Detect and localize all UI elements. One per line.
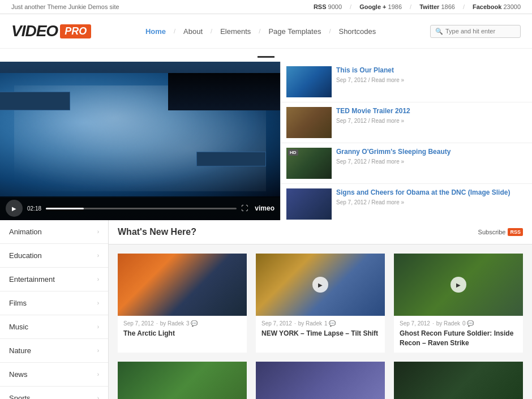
hero-item-meta: Sep 7, 2012 / Read more » <box>336 158 451 165</box>
logo-text: VIDEO <box>11 22 58 40</box>
sidebar-label: Education <box>9 251 42 260</box>
chevron-right-icon: › <box>97 300 99 306</box>
article-date: Sep 7, 2012 <box>400 320 430 327</box>
chevron-right-icon: › <box>97 347 99 354</box>
search-input[interactable] <box>445 28 519 35</box>
hero-thumb-img <box>286 66 332 97</box>
hero-sidebar-item[interactable]: TED Movie Trailer 2012 Sep 7, 2012 / Rea… <box>281 102 532 143</box>
hero-video-player[interactable]: ▶ 02:18 ⛶ vimeo <box>0 62 280 220</box>
chevron-right-icon: › <box>97 324 99 330</box>
nav-shortcodes[interactable]: Shortcodes <box>333 25 381 38</box>
article-card[interactable]: ▶ Sep 7, 2012 · by Radek 0 💬 Ghost Recon… <box>394 254 523 353</box>
divider1: / <box>350 3 351 10</box>
video-controls[interactable]: ▶ 02:18 ⛶ vimeo <box>0 196 280 220</box>
sidebar-item-sports[interactable]: Sports › <box>0 387 108 399</box>
sidebar-item-nature[interactable]: Nature › <box>0 339 108 363</box>
comment-number: 0 <box>462 320 466 327</box>
article-card[interactable]: ▶ Sep 7, 2012 · by Radek 1 💬 NEW YORK – … <box>256 254 385 353</box>
nav-div2: / <box>211 28 212 35</box>
fullscreen-button[interactable]: ⛶ <box>241 204 248 212</box>
article-card[interactable] <box>256 362 385 399</box>
article-date: Sep 7, 2012 <box>123 320 154 327</box>
hero-item-title: Signs and Cheers for Obama at the DNC (I… <box>336 188 510 198</box>
sidebar-nav: Animation › Education › Entertainment › … <box>0 220 109 399</box>
hero-item-text: Signs and Cheers for Obama at the DNC (I… <box>336 188 510 205</box>
twitter-link[interactable]: Twitter 1866 <box>419 3 455 10</box>
comment-number: 1 <box>324 320 328 327</box>
comment-count: 0 💬 <box>462 320 474 327</box>
nav-page-templates[interactable]: Page Templates <box>263 25 327 38</box>
article-title: Ghost Recon Future Soldier: Inside Recon… <box>400 329 517 348</box>
article-card[interactable] <box>394 362 523 399</box>
play-overlay-icon: ▶ <box>451 277 466 293</box>
nav-accent <box>0 49 532 62</box>
article-meta: Sep 7, 2012 · by Radek 0 💬 <box>400 320 517 327</box>
sidebar-item-news[interactable]: News › <box>0 363 108 387</box>
article-thumbnail <box>256 362 385 399</box>
logo[interactable]: VIDEO PRO <box>11 22 91 40</box>
hero-sidebar-item[interactable]: This is Our Planet Sep 7, 2012 / Read mo… <box>281 62 532 102</box>
hero-sidebar-item[interactable]: Signs and Cheers for Obama at the DNC (I… <box>281 184 532 220</box>
hero-item-title: This is Our Planet <box>336 66 404 75</box>
hero-sidebar: This is Our Planet Sep 7, 2012 / Read mo… <box>280 62 532 220</box>
facebook-link[interactable]: Facebook 23000 <box>473 3 521 10</box>
search-icon: 🔍 <box>435 28 443 35</box>
search-box[interactable]: 🔍 <box>430 25 521 38</box>
article-grid: Sep 7, 2012 · by Radek 3 💬 The Arctic Li… <box>109 244 532 362</box>
sidebar-item-music[interactable]: Music › <box>0 315 108 339</box>
nav-home[interactable]: Home <box>140 25 171 38</box>
hero-item-text: Granny O'Grimm's Sleeping Beauty Sep 7, … <box>336 148 451 165</box>
google-link[interactable]: Google + 1986 <box>359 3 402 10</box>
chevron-right-icon: › <box>97 395 99 399</box>
article-title: NEW YORK – Time Lapse – Tilt Shift <box>261 329 379 338</box>
space-background <box>168 73 280 110</box>
sidebar-item-films[interactable]: Films › <box>0 291 108 315</box>
hero-item-thumb <box>286 107 332 138</box>
hero-item-title: TED Movie Trailer 2012 <box>336 107 410 116</box>
rss-link[interactable]: RSS 9000 <box>314 3 342 10</box>
progress-bar[interactable] <box>46 208 237 209</box>
hero-item-text: This is Our Planet Sep 7, 2012 / Read mo… <box>336 66 404 83</box>
hero-thumb-img <box>286 188 332 220</box>
article-date: Sep 7, 2012 <box>261 320 292 327</box>
tagline: Just another Theme Junkie Demos site <box>11 3 119 10</box>
sidebar-label: Animation <box>9 228 42 236</box>
play-button[interactable]: ▶ <box>6 200 23 217</box>
solar-panel-right <box>196 152 267 166</box>
hd-badge: HD <box>288 149 298 156</box>
article-card[interactable] <box>118 362 247 399</box>
article-card[interactable]: Sep 7, 2012 · by Radek 3 💬 The Arctic Li… <box>118 254 247 353</box>
sidebar-label: Films <box>9 299 27 307</box>
social-links: RSS 9000 / Google + 1986 / Twitter 1866 … <box>314 3 521 10</box>
content-area: What's New Here? Subscribe RSS Sep 7, 20… <box>109 220 532 399</box>
sidebar-label: Nature <box>9 346 31 355</box>
meta-dot: · <box>156 320 158 327</box>
sidebar-label: News <box>9 370 28 379</box>
hero-item-text: TED Movie Trailer 2012 Sep 7, 2012 / Rea… <box>336 107 410 124</box>
meta-dot: · <box>432 320 434 327</box>
hero-sidebar-item[interactable]: HD Granny O'Grimm's Sleeping Beauty Sep … <box>281 143 532 184</box>
accent-line <box>258 56 274 58</box>
nav-about[interactable]: About <box>178 25 208 38</box>
hero-item-title: Granny O'Grimm's Sleeping Beauty <box>336 148 451 157</box>
article-thumbnail: ▶ <box>256 254 385 316</box>
content-header: What's New Here? Subscribe RSS <box>109 220 532 244</box>
article-thumbnail <box>118 362 247 399</box>
vimeo-logo: vimeo <box>255 204 274 212</box>
hero-item-thumb <box>286 66 332 97</box>
comment-icon: 💬 <box>191 320 198 327</box>
chevron-right-icon: › <box>97 229 99 235</box>
hero-item-meta: Sep 7, 2012 / Read more » <box>336 199 510 205</box>
hero-item-meta: Sep 7, 2012 / Read more » <box>336 118 410 124</box>
sidebar-label: Music <box>9 323 28 331</box>
sidebar-item-animation[interactable]: Animation › <box>0 220 108 244</box>
chevron-right-icon: › <box>97 252 99 259</box>
sidebar-item-entertainment[interactable]: Entertainment › <box>0 268 108 291</box>
nav-elements[interactable]: Elements <box>214 25 256 38</box>
top-bar: Just another Theme Junkie Demos site RSS… <box>0 0 532 14</box>
subscribe-button[interactable]: Subscribe RSS <box>478 228 523 236</box>
sidebar-item-education[interactable]: Education › <box>0 244 108 268</box>
progress-fill <box>46 208 84 209</box>
play-overlay-icon: ▶ <box>312 277 328 293</box>
main-nav: Home / About / Elements / Page Templates… <box>140 25 381 38</box>
